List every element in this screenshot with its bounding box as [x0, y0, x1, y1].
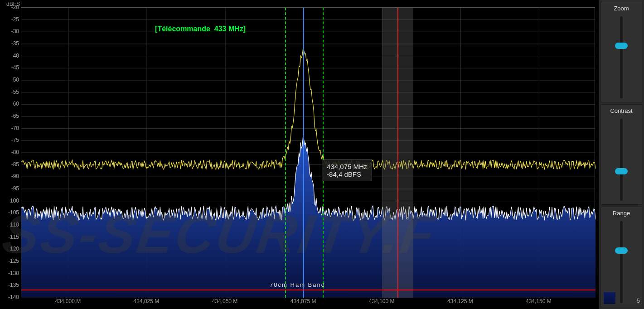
y-tick: -70	[11, 125, 19, 131]
y-tick: -25	[11, 16, 19, 23]
y-tick: -65	[11, 113, 19, 119]
x-tick: 434,025 M	[134, 298, 160, 304]
x-tick: 434,000 M	[55, 298, 81, 304]
y-tick: -80	[11, 149, 19, 155]
zoom-label: Zoom	[614, 4, 629, 14]
y-tick: -90	[11, 173, 19, 179]
y-tick: -50	[11, 77, 19, 83]
waterfall-preview-icon	[604, 292, 615, 304]
y-tick: -105	[8, 209, 19, 216]
secondary-marker[interactable]	[397, 8, 398, 298]
band-label: 70cm Ham Band	[270, 281, 325, 288]
x-tick: 434,050 M	[212, 298, 238, 304]
range-control: Range 5	[600, 207, 642, 307]
y-tick: -85	[11, 161, 19, 168]
y-axis: -20-25-30-35-40-45-50-55-60-65-70-75-80-…	[0, 7, 21, 297]
y-tick: -45	[11, 64, 19, 71]
zoom-slider-track[interactable]	[620, 16, 623, 98]
y-tick: -135	[8, 282, 19, 288]
contrast-slider-track[interactable]	[620, 119, 623, 201]
x-tick: 434,125 M	[447, 298, 473, 304]
y-tick: -60	[11, 101, 19, 107]
filter-edge-left[interactable]	[285, 8, 286, 298]
cursor-tooltip: 434,075 MHz -84,4 dBFS	[322, 159, 372, 181]
y-tick: -100	[8, 198, 19, 204]
y-tick: -115	[8, 234, 19, 240]
controls-panel: Zoom Contrast Range 5	[599, 0, 644, 309]
tooltip-level: -84,4 dBFS	[327, 170, 367, 178]
x-tick: 434,100 M	[369, 298, 395, 304]
y-tick: -20	[11, 4, 19, 10]
spectrum-display[interactable]: dBFS -20-25-30-35-40-45-50-55-60-65-70-7…	[0, 0, 599, 309]
x-axis: 434,000 M434,025 M434,050 M434,075 M434,…	[21, 298, 595, 307]
range-slider-thumb[interactable]	[615, 247, 628, 254]
contrast-label: Contrast	[610, 106, 632, 117]
y-tick: -35	[11, 40, 19, 47]
range-label: Range	[613, 209, 630, 219]
y-tick: -140	[8, 294, 19, 300]
tuned-frequency-line[interactable]	[303, 8, 304, 298]
x-tick: 434,075 M	[291, 298, 316, 304]
filter-edge-right[interactable]	[323, 8, 324, 298]
x-tick: 434,150 M	[526, 298, 552, 304]
band-line	[21, 290, 596, 290]
contrast-slider-thumb[interactable]	[615, 168, 628, 174]
y-tick: -30	[11, 28, 19, 34]
y-tick: -75	[11, 137, 19, 143]
zoom-slider-thumb[interactable]	[615, 43, 628, 49]
fft-plot[interactable]: SS-SECURITY.F [Télécommande_433 MHz] 70c…	[21, 7, 595, 297]
bookmark-label[interactable]: [Télécommande_433 MHz]	[155, 25, 246, 33]
y-tick: -120	[8, 246, 19, 252]
y-tick: -110	[8, 222, 19, 228]
range-slider-track[interactable]	[620, 221, 623, 303]
contrast-control: Contrast	[600, 104, 642, 205]
plot-canvas	[21, 8, 596, 298]
zoom-control: Zoom	[600, 2, 642, 102]
y-tick: -95	[11, 185, 19, 192]
y-tick: -40	[11, 53, 19, 59]
y-tick: -125	[8, 258, 19, 264]
y-tick: -130	[8, 270, 19, 276]
range-value: 5	[637, 297, 640, 304]
y-tick: -55	[11, 89, 19, 95]
tooltip-freq: 434,075 MHz	[327, 163, 367, 170]
